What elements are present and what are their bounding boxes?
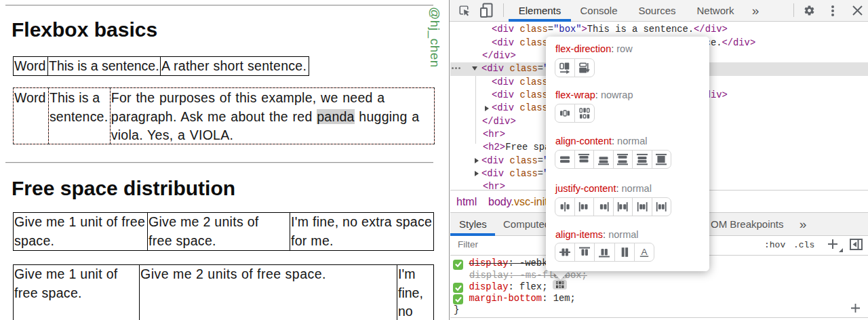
svg-text:A: A <box>641 247 647 257</box>
